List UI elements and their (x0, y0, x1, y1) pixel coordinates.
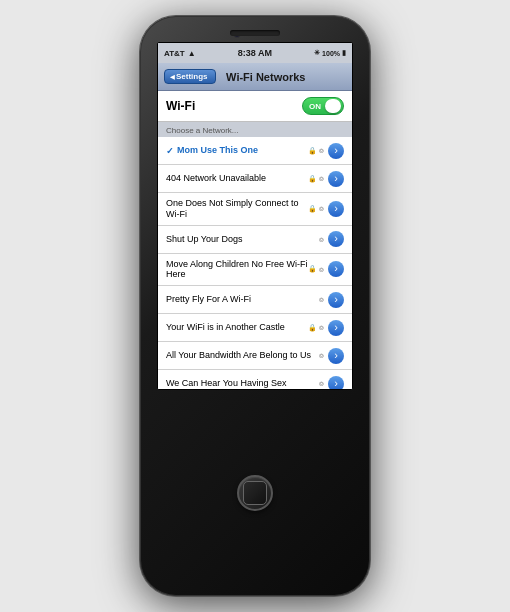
network-icons: ⌾ (319, 295, 324, 304)
network-info-button[interactable] (328, 348, 344, 364)
nav-bar: Settings Wi-Fi Networks (158, 63, 352, 91)
selected-checkmark: ✓ (166, 146, 174, 156)
wifi-bars-icon: ⌾ (319, 235, 324, 244)
time-display: 8:38 AM (238, 48, 272, 58)
status-right: ✳ 100% ▮ (314, 49, 346, 57)
nav-title: Wi-Fi Networks (216, 71, 316, 83)
network-icons: ⌾ (319, 351, 324, 360)
phone-bottom (237, 390, 273, 596)
network-list: ✓ Mom Use This One 🔒⌾ 404 Network Unavai… (158, 137, 352, 390)
network-row[interactable]: One Does Not Simply Connect to Wi-Fi 🔒⌾ (158, 193, 352, 226)
home-button-inner (243, 481, 267, 505)
network-row[interactable]: All Your Bandwidth Are Belong to Us ⌾ (158, 342, 352, 370)
network-name: Mom Use This One (177, 145, 308, 156)
network-info-button[interactable] (328, 231, 344, 247)
bluetooth-icon: ✳ (314, 49, 320, 57)
screen-content: Wi-Fi ON Choose a Network... ✓ Mom Use T… (158, 91, 352, 390)
wifi-toggle[interactable]: ON (302, 97, 344, 115)
network-info-button[interactable] (328, 292, 344, 308)
network-row[interactable]: ✓ Mom Use This One 🔒⌾ (158, 137, 352, 165)
network-icons: 🔒⌾ (308, 174, 324, 183)
network-row[interactable]: Shut Up Your Dogs ⌾ (158, 226, 352, 254)
network-icons: 🔒⌾ (308, 265, 324, 274)
wifi-signal-icon: ▲ (188, 49, 196, 58)
network-info-button[interactable] (328, 171, 344, 187)
network-row[interactable]: Your WiFi is in Another Castle 🔒⌾ (158, 314, 352, 342)
network-row[interactable]: Move Along Children No Free Wi-Fi Here 🔒… (158, 254, 352, 287)
wifi-label: Wi-Fi (166, 99, 195, 113)
status-bar: AT&T ▲ 8:38 AM ✳ 100% ▮ (158, 43, 352, 63)
phone-screen: AT&T ▲ 8:38 AM ✳ 100% ▮ Settings Wi-Fi N… (157, 42, 353, 390)
network-info-button[interactable] (328, 320, 344, 336)
network-info-button[interactable] (328, 201, 344, 217)
toggle-label: ON (309, 102, 321, 111)
network-row[interactable]: 404 Network Unavailable 🔒⌾ (158, 165, 352, 193)
wifi-bars-icon: ⌾ (319, 146, 324, 155)
wifi-bars-icon: ⌾ (319, 379, 324, 388)
battery-label: 100% (322, 50, 340, 57)
network-name: We Can Hear You Having Sex (166, 378, 319, 389)
network-info-button[interactable] (328, 261, 344, 277)
network-name: Your WiFi is in Another Castle (166, 322, 308, 333)
toggle-knob (325, 99, 341, 113)
lock-icon: 🔒 (308, 265, 317, 273)
lock-icon: 🔒 (308, 175, 317, 183)
network-icons: 🔒⌾ (308, 146, 324, 155)
network-name: Pretty Fly For A Wi-Fi (166, 294, 319, 305)
network-info-button[interactable] (328, 376, 344, 390)
network-name: One Does Not Simply Connect to Wi-Fi (166, 198, 308, 220)
network-icons: 🔒⌾ (308, 204, 324, 213)
status-left: AT&T ▲ (164, 49, 196, 58)
network-icons: ⌾ (319, 235, 324, 244)
speaker (230, 30, 280, 36)
phone-frame: AT&T ▲ 8:38 AM ✳ 100% ▮ Settings Wi-Fi N… (140, 16, 370, 596)
wifi-bars-icon: ⌾ (319, 351, 324, 360)
network-name: Move Along Children No Free Wi-Fi Here (166, 259, 308, 281)
network-name: All Your Bandwidth Are Belong to Us (166, 350, 319, 361)
network-info-button[interactable] (328, 143, 344, 159)
network-name: 404 Network Unavailable (166, 173, 308, 184)
battery-icon: ▮ (342, 49, 346, 57)
wifi-bars-icon: ⌾ (319, 265, 324, 274)
wifi-bars-icon: ⌾ (319, 204, 324, 213)
network-row[interactable]: We Can Hear You Having Sex ⌾ (158, 370, 352, 390)
wifi-bars-icon: ⌾ (319, 323, 324, 332)
wifi-toggle-row: Wi-Fi ON (158, 91, 352, 122)
home-button[interactable] (237, 475, 273, 511)
wifi-bars-icon: ⌾ (319, 174, 324, 183)
wifi-bars-icon: ⌾ (319, 295, 324, 304)
network-row[interactable]: Pretty Fly For A Wi-Fi ⌾ (158, 286, 352, 314)
network-name: Shut Up Your Dogs (166, 234, 319, 245)
lock-icon: 🔒 (308, 147, 317, 155)
lock-icon: 🔒 (308, 324, 317, 332)
section-header: Choose a Network... (158, 122, 352, 137)
network-icons: ⌾ (319, 379, 324, 388)
network-icons: 🔒⌾ (308, 323, 324, 332)
back-button[interactable]: Settings (164, 69, 216, 84)
carrier-label: AT&T (164, 49, 185, 58)
lock-icon: 🔒 (308, 205, 317, 213)
